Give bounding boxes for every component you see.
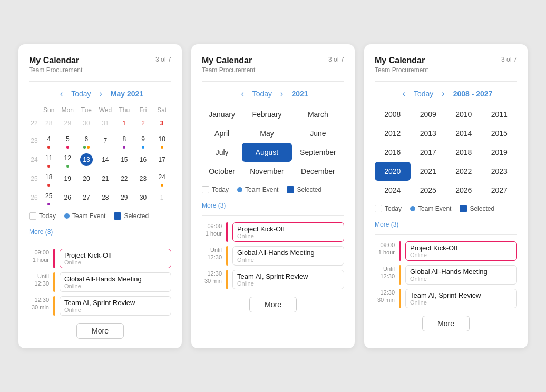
event-row[interactable]: Until 12:30 Global All-Hands Meeting Onl… (202, 246, 344, 266)
event-row[interactable]: 12:30 30 min Team AI, Sprint Review Onli… (375, 289, 517, 308)
month-cell[interactable]: May (242, 124, 291, 143)
calendar-day[interactable]: 21 (96, 169, 115, 188)
calendar-day[interactable]: 12 (58, 150, 77, 169)
calendar-day[interactable]: 22 (115, 169, 134, 188)
calendar-day[interactable]: 16 (134, 150, 153, 169)
year-cell[interactable]: 2012 (375, 124, 411, 143)
calendar-day[interactable]: 5 (58, 131, 77, 150)
year-cell[interactable]: 2014 (446, 124, 482, 143)
event-row[interactable]: 12:30 30 min Team AI, Sprint Review Onli… (29, 296, 171, 316)
year-cell[interactable]: 2013 (411, 124, 446, 143)
prev-button[interactable]: ‹ (399, 88, 408, 100)
calendar-day[interactable]: 1 (115, 115, 134, 131)
calendar-day[interactable]: 14 (96, 150, 115, 169)
calendar-day[interactable]: 4 (40, 131, 58, 150)
event-row[interactable]: Until 12:30 Global All-Hands Meeting Onl… (375, 265, 517, 285)
legend-more-button[interactable]: More (3) (202, 202, 226, 209)
prev-button[interactable]: ‹ (57, 88, 66, 100)
year-cell[interactable]: 2010 (446, 105, 482, 124)
event-content[interactable]: Project Kick-Off Online (232, 222, 344, 242)
legend-more-button[interactable]: More (3) (29, 228, 53, 236)
year-cell[interactable]: 2025 (411, 181, 446, 200)
calendar-day[interactable]: 26 (58, 188, 77, 207)
event-row[interactable]: 09:00 1 hour Project Kick-Off Online (375, 241, 517, 261)
calendar-day[interactable]: 28 (40, 115, 58, 131)
calendar-day[interactable]: 13 (77, 150, 96, 169)
event-content[interactable]: Team AI, Sprint Review Online (60, 296, 171, 316)
calendar-day[interactable]: 28 (96, 188, 115, 207)
month-cell[interactable]: January (202, 105, 242, 124)
next-button[interactable]: › (96, 88, 105, 100)
prev-button[interactable]: ‹ (238, 88, 247, 100)
year-cell[interactable]: 2015 (482, 124, 518, 143)
calendar-day[interactable]: 6 (77, 131, 96, 150)
event-content[interactable]: Project Kick-Off Online (405, 241, 517, 261)
calendar-day[interactable]: 23 (134, 169, 153, 188)
year-cell[interactable]: 2016 (375, 143, 411, 162)
calendar-day[interactable]: 29 (58, 115, 77, 131)
calendar-day[interactable]: 19 (58, 169, 77, 188)
event-row[interactable]: 09:00 1 hour Project Kick-Off Online (29, 249, 171, 268)
calendar-day[interactable]: 30 (77, 115, 96, 131)
calendar-day[interactable]: 31 (96, 115, 115, 131)
calendar-day[interactable]: 18 (40, 169, 58, 188)
next-button[interactable]: › (277, 88, 286, 100)
more-button[interactable]: More (422, 316, 470, 331)
event-content[interactable]: Project Kick-Off Online (60, 249, 171, 268)
calendar-day[interactable]: 29 (115, 188, 134, 207)
today-button[interactable]: Today (71, 90, 91, 98)
year-cell[interactable]: 2026 (446, 181, 482, 200)
year-cell[interactable]: 2009 (411, 105, 446, 124)
calendar-day[interactable]: 25 (40, 188, 58, 207)
calendar-day[interactable]: 30 (134, 188, 153, 207)
event-row[interactable]: 12:30 30 min Team AI, Sprint Review Onli… (202, 270, 344, 289)
calendar-day[interactable]: 20 (77, 169, 96, 188)
year-cell[interactable]: 2018 (446, 143, 482, 162)
year-cell[interactable]: 2021 (411, 162, 446, 181)
month-cell[interactable]: December (292, 162, 344, 181)
event-row[interactable]: 09:00 1 hour Project Kick-Off Online (202, 222, 344, 242)
event-content[interactable]: Team AI, Sprint Review Online (232, 270, 344, 289)
calendar-day[interactable]: 11 (40, 150, 58, 169)
year-cell[interactable]: 2027 (482, 181, 518, 200)
year-cell[interactable]: 2011 (482, 105, 518, 124)
year-cell[interactable]: 2017 (411, 143, 446, 162)
calendar-day[interactable]: 15 (115, 150, 134, 169)
event-content[interactable]: Global All-Hands Meeting Online (232, 246, 344, 266)
calendar-day[interactable]: 10 (152, 131, 171, 150)
calendar-day[interactable]: 1 (152, 188, 171, 207)
today-button[interactable]: Today (252, 90, 272, 98)
event-content[interactable]: Global All-Hands Meeting Online (60, 272, 171, 292)
more-button[interactable]: More (76, 323, 124, 339)
year-cell[interactable]: 2022 (446, 162, 482, 181)
month-cell[interactable]: June (292, 124, 344, 143)
calendar-day[interactable]: 24 (152, 169, 171, 188)
next-button[interactable]: › (438, 88, 447, 100)
year-cell[interactable]: 2023 (482, 162, 518, 181)
month-cell[interactable]: March (292, 105, 344, 124)
month-cell[interactable]: April (202, 124, 242, 143)
calendar-day[interactable]: 17 (152, 150, 171, 169)
event-content[interactable]: Team AI, Sprint Review Online (405, 289, 517, 308)
calendar-day[interactable]: 2 (134, 115, 153, 131)
calendar-day[interactable]: 3 (152, 115, 171, 131)
month-cell[interactable]: September (292, 143, 344, 162)
month-cell[interactable]: August (242, 143, 291, 162)
month-cell[interactable]: July (202, 143, 242, 162)
calendar-day[interactable]: 27 (77, 188, 96, 207)
event-content[interactable]: Global All-Hands Meeting Online (405, 265, 517, 285)
month-cell[interactable]: October (202, 162, 242, 181)
calendar-day[interactable]: 7 (96, 131, 115, 150)
month-cell[interactable]: November (242, 162, 291, 181)
event-row[interactable]: Until 12:30 Global All-Hands Meeting Onl… (29, 272, 171, 292)
year-cell[interactable]: 2020 (375, 162, 411, 181)
calendar-day[interactable]: 8 (115, 131, 134, 150)
more-button[interactable]: More (249, 297, 297, 312)
year-cell[interactable]: 2019 (482, 143, 518, 162)
legend-more-button[interactable]: More (3) (375, 221, 398, 228)
month-cell[interactable]: February (242, 105, 291, 124)
today-button[interactable]: Today (414, 90, 433, 98)
calendar-day[interactable]: 9 (134, 131, 153, 150)
year-cell[interactable]: 2008 (375, 105, 411, 124)
year-cell[interactable]: 2024 (375, 181, 411, 200)
